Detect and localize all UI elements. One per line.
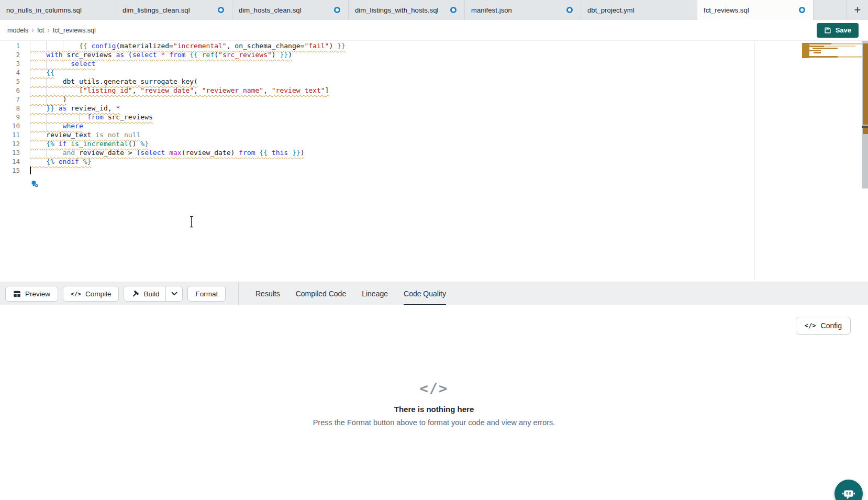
code-text: }} as review_id, * [30,104,120,113]
code-line-1[interactable]: 1 {{ config(materialized="incremental", … [0,41,868,50]
preview-button[interactable]: Preview [5,286,58,302]
code-text: with src_reviews as (select * from {{ re… [30,50,292,59]
code-line-6[interactable]: 6 ["listing_id", "review_date", "reviewe… [0,86,868,95]
line-number: 14 [0,157,20,166]
code-lines: 1 {{ config(materialized="incremental", … [0,41,868,175]
format-button[interactable]: Format [187,286,226,302]
file-tab-label: dim_listings_clean.sql [123,6,190,14]
config-button[interactable]: </> Config [796,317,851,335]
file-tab-fct_reviews.sql[interactable]: fct_reviews.sql [697,0,814,20]
code-text: ["listing_id", "review_date", "reviewer_… [30,86,329,95]
unsaved-changes-dot-icon [799,7,805,13]
breadcrumb-segment-fct_reviews.sql[interactable]: fct_reviews.sql [53,27,96,34]
code-brackets-icon: </> [0,380,868,396]
file-tab-label: dim_listings_with_hosts.sql [355,6,439,14]
format-label: Format [195,290,218,298]
code-text: and review_date > (select max(review_dat… [30,148,304,157]
line-number: 9 [0,113,20,121]
compile-label: Compile [85,290,112,298]
editor-header: models›fct›fct_reviews.sql Save [0,20,868,41]
file-tab-dbt_project.yml[interactable]: dbt_project.yml [581,0,697,20]
panel-tab-results[interactable]: Results [255,282,280,306]
code-line-15[interactable]: 15 [0,166,868,175]
preview-label: Preview [25,290,50,298]
file-tab-dim_hosts_clean.sql[interactable]: dim_hosts_clean.sql [232,0,349,20]
breadcrumb-segment-models[interactable]: models [7,27,28,34]
breadcrumb-chevron-icon: › [47,26,50,34]
code-line-12[interactable]: 12 {% if is_incremental() %} [0,139,868,148]
line-number: 4 [0,68,20,77]
save-button[interactable]: Save [817,23,859,38]
line-number: 3 [0,59,20,68]
code-text: {{ [30,68,54,77]
dbt-ide-window: no_nulls_in_columns.sqldim_listings_clea… [0,0,868,500]
build-hammer-icon [131,290,139,298]
line-number: 15 [0,166,20,175]
file-tab-bar: no_nulls_in_columns.sqldim_listings_clea… [0,0,868,20]
code-line-8[interactable]: 8 }} as review_id, * [0,104,868,113]
new-tab-button[interactable]: + [847,0,868,20]
save-label: Save [836,26,851,34]
code-line-10[interactable]: 10 where [0,121,868,130]
code-text: {% endif %} [30,157,91,166]
code-line-11[interactable]: 11 review_text is not null [0,130,868,139]
editor-toolbar: Preview </> Compile Build [0,282,868,305]
unsaved-changes-dot-icon [218,7,224,13]
file-tab-label: dbt_project.yml [587,6,635,14]
file-tab-label: no_nulls_in_columns.sql [6,6,82,14]
robot-chat-icon [841,486,856,500]
minimap[interactable] [802,43,862,59]
empty-state: </> There is nothing here Press the Form… [0,380,868,427]
file-tab-dim_listings_clean.sql[interactable]: dim_listings_clean.sql [116,0,232,20]
code-text: ) [30,95,66,104]
panel-tab-bar: ResultsCompiled CodeLineageCode Quality [239,282,446,306]
line-number: 7 [0,95,20,104]
panel-tab-code-quality[interactable]: Code Quality [404,282,446,306]
code-text: select [30,59,95,68]
code-line-3[interactable]: 3 select [0,59,868,68]
code-line-14[interactable]: 14 {% endif %} [0,157,868,166]
overview-warning-marks [863,43,868,125]
empty-state-subtitle: Press the Format button above to format … [0,418,868,427]
build-split-button: Build [124,286,183,302]
code-text: where [30,121,83,130]
line-number: 10 [0,121,20,130]
chevron-down-icon [171,292,177,296]
panel-tab-lineage[interactable]: Lineage [362,282,388,306]
line-number: 5 [0,77,20,86]
build-options-dropdown[interactable] [165,286,182,301]
code-line-13[interactable]: 13 and review_date > (select max(review_… [0,148,868,157]
file-tab-manifest.json[interactable]: manifest.json [465,0,581,20]
code-line-9[interactable]: 9 from src_reviews [0,113,868,121]
mouse-text-cursor [188,216,195,230]
line-number: 1 [0,41,20,50]
code-line-7[interactable]: 7 ) [0,95,868,104]
code-text: {% if is_incremental() %} [30,139,149,148]
compile-button[interactable]: </> Compile [63,286,119,302]
unsaved-changes-dot-icon [566,7,573,13]
code-text: review_text is not null [30,130,140,139]
build-button[interactable]: Build [124,286,165,301]
preview-table-icon [13,290,21,298]
breadcrumb-chevron-icon: › [31,26,34,34]
code-text: dbt_utils.generate_surrogate_key( [30,77,198,86]
breadcrumb: models›fct›fct_reviews.sql [7,27,96,34]
code-line-5[interactable]: 5 dbt_utils.generate_surrogate_key( [0,77,868,86]
code-line-4[interactable]: 4 {{ [0,68,868,77]
panel-tab-compiled-code[interactable]: Compiled Code [296,282,347,306]
line-number: 8 [0,104,20,113]
file-tab-label: manifest.json [471,6,512,14]
code-editor[interactable]: 1 {{ config(materialized="incremental", … [0,41,868,282]
scrollbar-overview-ruler[interactable] [862,41,868,188]
unsaved-changes-dot-icon [450,7,457,13]
code-text: {{ config(materialized="incremental", on… [30,41,346,50]
file-tab-dim_listings_with_hosts.sql[interactable]: dim_listings_with_hosts.sql [349,0,465,20]
code-text: from src_reviews [30,113,153,121]
empty-state-title: There is nothing here [0,405,868,414]
config-label: Config [821,321,842,330]
file-tab-no_nulls_in_columns.sql[interactable]: no_nulls_in_columns.sql [0,0,116,20]
code-line-2[interactable]: 2 with src_reviews as (select * from {{ … [0,50,868,59]
breadcrumb-segment-fct[interactable]: fct [37,27,44,34]
editor-ruler-line [754,41,755,282]
lightbulb-code-action-icon[interactable] [30,180,39,190]
